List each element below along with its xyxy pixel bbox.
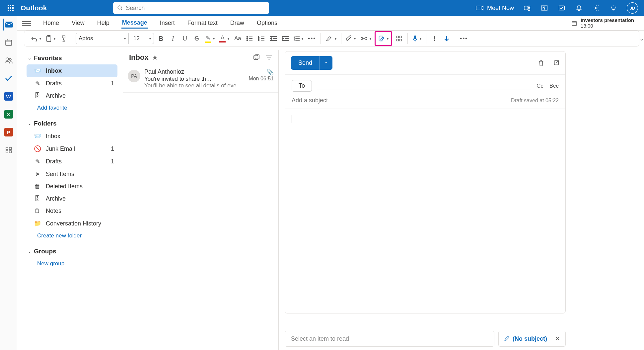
undo-icon — [31, 36, 37, 42]
tab-insert[interactable]: Insert — [159, 18, 176, 28]
line-spacing-button[interactable] — [292, 33, 305, 44]
to-field[interactable] — [317, 82, 531, 90]
tab-message[interactable]: Message — [121, 18, 148, 29]
filter-icon — [266, 54, 272, 60]
meet-now-button[interactable]: Meet Now — [476, 5, 514, 12]
draft-tab[interactable]: (No subject) ✕ — [498, 331, 566, 347]
italic-button[interactable]: I — [168, 33, 178, 44]
undo-button[interactable] — [30, 33, 42, 44]
rail-more-apps[interactable] — [3, 144, 15, 156]
star-icon[interactable]: ★ — [152, 53, 158, 61]
change-case-button[interactable]: Aa — [233, 33, 243, 44]
svg-rect-23 — [62, 36, 65, 38]
link-button[interactable] — [359, 33, 373, 44]
more-formatting-button[interactable]: ••• — [307, 33, 317, 44]
signature-button-highlighted[interactable] — [375, 31, 392, 46]
create-folder-link[interactable]: Create new folder — [27, 230, 117, 242]
increase-indent-button[interactable] — [280, 33, 290, 44]
strikethrough-button[interactable]: S — [192, 33, 202, 44]
rail-calendar[interactable] — [3, 37, 15, 48]
close-tab-button[interactable]: ✕ — [555, 335, 560, 342]
add-favorite-link[interactable]: Add favorite — [27, 102, 117, 114]
numbering-button[interactable]: 123 — [256, 33, 266, 44]
bullets-button[interactable] — [245, 33, 254, 44]
select-mode-button[interactable] — [253, 54, 260, 60]
bold-button[interactable]: B — [156, 33, 166, 44]
cc-button[interactable]: Cc — [537, 83, 543, 89]
new-group-link[interactable]: New group — [27, 258, 117, 270]
fav-inbox[interactable]: 📨Inbox — [27, 64, 117, 77]
tips-icon[interactable] — [609, 4, 617, 12]
font-name-select[interactable]: Aptos▾ — [76, 33, 129, 44]
fav-drafts[interactable]: ✎Drafts1 — [27, 77, 117, 90]
font-size-select[interactable]: 12▾ — [131, 33, 154, 44]
apps-icon — [396, 35, 402, 42]
apps-button[interactable] — [394, 33, 404, 44]
paste-button[interactable] — [44, 33, 57, 44]
folder-archive[interactable]: 🗄Archive — [27, 193, 117, 205]
high-importance-button[interactable]: ! — [430, 33, 440, 44]
rail-todo[interactable] — [3, 72, 15, 84]
tab-format-text[interactable]: Format text — [187, 18, 218, 28]
folder-sent[interactable]: ➤Sent Items — [27, 168, 117, 180]
tab-options[interactable]: Options — [256, 18, 278, 28]
nav-toggle-button[interactable] — [22, 21, 31, 26]
filter-button[interactable] — [266, 54, 272, 60]
rail-mail[interactable] — [3, 19, 15, 31]
tab-view[interactable]: View — [71, 18, 85, 28]
styles-button[interactable] — [324, 33, 338, 44]
teams-icon[interactable] — [523, 4, 531, 12]
svg-point-4 — [528, 6, 530, 8]
tab-home[interactable]: Home — [42, 18, 60, 28]
calendar-reminder[interactable]: Investors presentation 13:00 — [571, 18, 644, 29]
groups-header[interactable]: ⌄Groups — [27, 245, 117, 258]
favorites-header[interactable]: ⌄Favorites — [27, 52, 117, 64]
send-dropdown[interactable]: ⌄ — [320, 56, 332, 70]
folder-drafts[interactable]: ✎Drafts1 — [27, 155, 117, 168]
rail-people[interactable] — [3, 54, 15, 66]
app-launcher-button[interactable] — [3, 5, 19, 11]
ribbon-more-button[interactable]: ••• — [459, 33, 469, 44]
attach-button[interactable] — [345, 33, 357, 44]
popout-button[interactable] — [553, 60, 559, 66]
notifications-icon[interactable] — [575, 4, 583, 12]
folder-notes[interactable]: 🗒Notes — [27, 205, 117, 217]
folder-inbox[interactable]: 📨Inbox — [27, 130, 117, 142]
todo-header-icon[interactable] — [558, 4, 566, 12]
search-box[interactable] — [113, 2, 269, 14]
bcc-button[interactable]: Bcc — [549, 83, 559, 89]
low-importance-button[interactable] — [442, 33, 452, 44]
ribbon-expand-button[interactable]: ⌄ — [639, 31, 644, 46]
folder-conversation-history[interactable]: 📁Conversation History — [27, 217, 117, 230]
account-avatar[interactable]: JD — [627, 2, 638, 14]
decrease-indent-button[interactable] — [268, 33, 278, 44]
onenote-icon[interactable] — [540, 4, 548, 12]
svg-line-1 — [121, 9, 122, 10]
rail-excel[interactable]: X — [3, 108, 15, 120]
tab-help[interactable]: Help — [97, 18, 110, 28]
subject-input[interactable] — [292, 97, 511, 104]
link-icon — [360, 36, 368, 41]
dictate-button[interactable] — [411, 33, 423, 44]
folders-header[interactable]: ⌄Folders — [27, 117, 117, 130]
search-input[interactable] — [126, 5, 265, 12]
highlight-button[interactable]: ✎ — [204, 33, 216, 44]
folder-junk[interactable]: 🚫Junk Email1 — [27, 142, 117, 155]
send-button[interactable]: Send ⌄ — [291, 56, 332, 70]
font-color-button[interactable]: A — [218, 33, 231, 44]
excel-icon: X — [4, 110, 13, 119]
message-item[interactable]: PA Paul Anthonioz📎 You're invited to sha… — [123, 65, 278, 93]
settings-icon[interactable] — [592, 4, 600, 12]
bullets-icon — [246, 36, 253, 41]
rail-word[interactable]: W — [3, 90, 15, 102]
fav-archive[interactable]: 🗄Archive — [27, 90, 117, 102]
discard-button[interactable] — [538, 60, 544, 66]
format-painter-button[interactable] — [59, 33, 69, 44]
folder-deleted[interactable]: 🗑Deleted Items — [27, 180, 117, 193]
underline-button[interactable]: U — [180, 33, 190, 44]
message-body-editor[interactable] — [285, 109, 565, 313]
rail-powerpoint[interactable]: P — [3, 126, 15, 138]
tab-draw[interactable]: Draw — [230, 18, 245, 28]
reading-placeholder-tab[interactable]: Select an item to read — [285, 331, 494, 347]
to-button[interactable]: To — [292, 80, 312, 92]
